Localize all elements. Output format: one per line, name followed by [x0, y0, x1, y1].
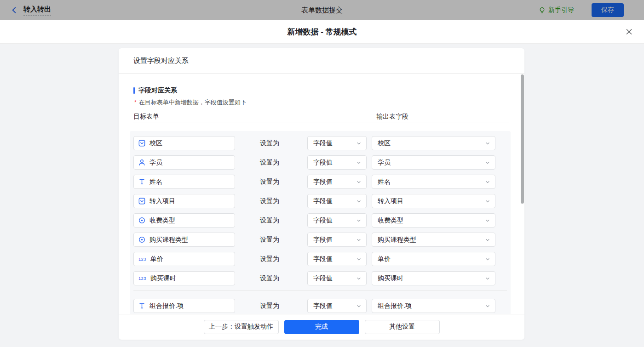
value-type-select[interactable]: 字段值 — [307, 233, 367, 247]
output-field-select[interactable]: 学员 — [372, 155, 495, 170]
group-divider — [133, 290, 507, 291]
set-as-label: 设置为 — [260, 216, 279, 225]
output-field-select[interactable]: 购买课时 — [372, 271, 495, 285]
modal-title: 新增数据 - 常规模式 — [287, 27, 356, 37]
field-mapping-row: 校区 设置为 字段值 校区 — [130, 136, 511, 150]
set-as-label: 设置为 — [260, 302, 279, 310]
lightbulb-icon — [539, 7, 546, 14]
value-type-select[interactable]: 字段值 — [307, 194, 367, 208]
chevron-down-icon — [485, 160, 490, 165]
set-as-label: 设置为 — [260, 159, 279, 167]
value-type-select[interactable]: 字段值 — [307, 155, 367, 170]
chevron-down-icon — [485, 218, 490, 223]
column-header-output-field: 输出表字段 — [376, 113, 408, 121]
value-type-select[interactable]: 字段值 — [307, 136, 367, 150]
value-type-selected: 字段值 — [313, 255, 333, 263]
output-field-select[interactable]: 姓名 — [372, 175, 495, 189]
column-divider — [133, 123, 509, 123]
text-field-icon — [138, 178, 145, 185]
field-label: 学员 — [150, 159, 162, 167]
column-header-target-form: 目标表单 — [133, 113, 159, 121]
output-field-selected: 组合报价.项 — [378, 302, 412, 310]
value-type-selected: 字段值 — [313, 197, 333, 205]
field-label: 姓名 — [150, 178, 162, 186]
output-field-selected: 校区 — [378, 139, 391, 148]
radio-field-icon — [138, 217, 145, 224]
field-mapping-row: 组合报价.项 设置为 字段值 组合报价.项 — [130, 299, 511, 313]
back-button[interactable]: 转入转出 — [11, 5, 51, 16]
field-label: 购买课时 — [150, 274, 176, 283]
section-title: 字段对应关系 — [133, 86, 177, 95]
field-mapping-row: 购买课程类型 设置为 字段值 购买课程类型 — [130, 233, 511, 247]
output-field-selected: 单价 — [378, 255, 391, 263]
number-field-icon: 123 — [138, 276, 146, 281]
panel-scroll-area: 字段对应关系 *在目标表单中新增数据，字段值设置如下 目标表单 输出表字段 校区… — [119, 74, 524, 314]
set-as-label: 设置为 — [260, 255, 279, 263]
scrollbar-thumb[interactable] — [521, 74, 524, 204]
radio-field-icon — [138, 236, 145, 243]
value-type-selected: 字段值 — [313, 274, 333, 283]
chevron-down-icon — [485, 141, 490, 146]
value-type-select[interactable]: 字段值 — [307, 175, 367, 189]
output-field-select[interactable]: 转入项目 — [372, 194, 495, 208]
previous-step-button[interactable]: 上一步：设置触发动作 — [204, 320, 279, 334]
set-as-label: 设置为 — [260, 178, 279, 186]
rows-container: 校区 设置为 字段值 校区 学员 设置为 字段值 学员 — [130, 131, 511, 314]
value-type-selected: 字段值 — [313, 139, 333, 148]
set-as-label: 设置为 — [260, 139, 279, 148]
chevron-down-icon — [485, 256, 490, 262]
chevron-down-icon — [485, 179, 490, 185]
chevron-down-icon — [485, 237, 490, 243]
output-field-selected: 购买课程类型 — [378, 236, 416, 244]
chevron-down-icon — [356, 218, 362, 223]
select-field-icon — [138, 140, 145, 147]
output-field-select[interactable]: 购买课程类型 — [372, 233, 495, 247]
target-field-chip: 购买课程类型 — [133, 233, 235, 247]
chevron-down-icon — [485, 303, 490, 309]
field-mapping-row: 123 购买课时 设置为 字段值 购买课时 — [130, 271, 511, 285]
output-field-selected: 学员 — [378, 159, 391, 167]
target-field-chip: 转入项目 — [133, 194, 235, 208]
field-mapping-row: 转入项目 设置为 字段值 转入项目 — [130, 194, 511, 208]
field-mapping-row: 学员 设置为 字段值 学员 — [130, 155, 511, 170]
set-as-label: 设置为 — [260, 274, 279, 283]
save-button[interactable]: 保存 — [592, 3, 624, 17]
beginner-guide-button[interactable]: 新手引导 — [539, 6, 574, 14]
hint-text: *在目标表单中新增数据，字段值设置如下 — [134, 98, 247, 107]
output-field-selected: 转入项目 — [378, 197, 403, 205]
field-label: 单价 — [150, 255, 163, 263]
chevron-down-icon — [356, 199, 362, 204]
output-field-select[interactable]: 校区 — [372, 136, 495, 150]
value-type-selected: 字段值 — [313, 302, 333, 310]
back-label: 转入转出 — [23, 5, 51, 16]
value-type-select[interactable]: 字段值 — [307, 213, 367, 228]
chevron-down-icon — [356, 256, 362, 262]
value-type-select[interactable]: 字段值 — [307, 271, 367, 285]
chevron-down-icon — [485, 199, 490, 204]
done-button[interactable]: 完成 — [284, 320, 359, 334]
person-field-icon — [138, 159, 145, 166]
target-field-chip: 123 单价 — [133, 252, 235, 266]
target-field-chip: 收费类型 — [133, 213, 235, 228]
chevron-down-icon — [485, 276, 490, 281]
other-settings-button[interactable]: 其他设置 — [365, 320, 440, 334]
value-type-selected: 字段值 — [313, 216, 333, 225]
topbar: 转入转出 表单数据提交 新手引导 保存 — [0, 0, 644, 20]
target-field-chip: 123 购买课时 — [133, 271, 235, 285]
chevron-down-icon — [356, 276, 362, 281]
section-accent-bar — [133, 87, 135, 94]
value-type-selected: 字段值 — [313, 178, 333, 186]
required-asterisk: * — [134, 99, 137, 106]
value-type-select[interactable]: 字段值 — [307, 299, 367, 313]
target-field-chip: 姓名 — [133, 175, 235, 189]
output-field-select[interactable]: 组合报价.项 — [372, 299, 495, 313]
value-type-select[interactable]: 字段值 — [307, 252, 367, 266]
page-title: 表单数据提交 — [0, 6, 644, 15]
field-mapping-row: 123 单价 设置为 字段值 单价 — [130, 252, 511, 266]
output-field-select[interactable]: 单价 — [372, 252, 495, 266]
text-field-icon — [138, 302, 145, 309]
chevron-down-icon — [356, 160, 362, 165]
close-button[interactable] — [626, 28, 632, 35]
target-field-chip: 校区 — [133, 136, 235, 150]
output-field-select[interactable]: 收费类型 — [372, 213, 495, 228]
